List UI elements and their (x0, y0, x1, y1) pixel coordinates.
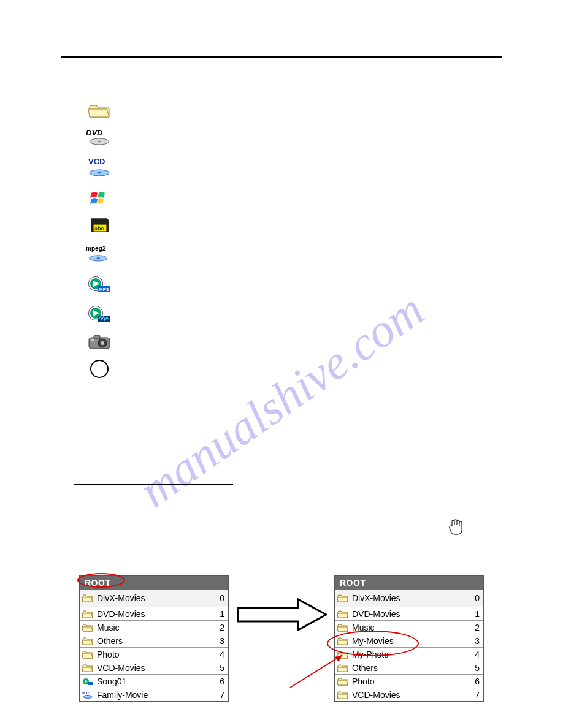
file-index: 1 (471, 609, 480, 619)
mp3-icon (82, 677, 93, 686)
list-item[interactable]: Others 5 (335, 661, 483, 674)
folder-icon (337, 637, 348, 645)
list-item[interactable]: Photo 6 (335, 674, 483, 688)
file-index: 4 (216, 650, 224, 659)
file-index: 5 (471, 663, 480, 673)
file-name: My-Movies (352, 636, 471, 646)
list-item[interactable]: Song01 6 (80, 674, 228, 688)
file-index: 6 (471, 677, 480, 686)
svg-rect-25 (88, 682, 93, 685)
annotation-arrow-icon (287, 652, 354, 689)
file-index: 0 (216, 593, 224, 603)
file-name: Others (97, 636, 216, 646)
folder-icon (82, 664, 93, 672)
dvd-icon: DVD (86, 128, 113, 146)
icon-legend-column: DVD VCD ab (86, 101, 113, 378)
windows-icon (86, 189, 113, 208)
list-item[interactable]: Others 3 (80, 634, 228, 647)
folder-icon (82, 650, 93, 659)
arrow-right-icon (237, 598, 327, 631)
file-name: DVD-Movies (97, 609, 216, 619)
section-underline (74, 484, 233, 485)
folder-icon (82, 637, 93, 645)
list-item[interactable]: Music 2 (335, 620, 483, 634)
file-index: 7 (216, 690, 224, 700)
folder-icon (82, 594, 93, 602)
file-name: DivX-Movies (352, 593, 471, 603)
list-item[interactable]: DivX-Movies 0 (80, 590, 228, 607)
file-index: 6 (216, 677, 224, 686)
list-item[interactable]: Music 2 (80, 620, 228, 634)
subtitle-abc-icon: abc (86, 216, 113, 235)
svg-point-27 (83, 695, 92, 698)
file-index: 7 (471, 690, 480, 700)
svg-point-3 (98, 172, 101, 173)
file-index: 3 (471, 636, 480, 646)
file-name: Family-Movie (97, 690, 216, 700)
file-index: 1 (216, 609, 224, 619)
file-name: DVD-Movies (352, 609, 471, 619)
file-index: 2 (471, 623, 480, 632)
list-item[interactable]: Photo 4 (80, 647, 228, 661)
blank-circle-icon (86, 360, 113, 378)
list-item[interactable]: VCD-Movies 5 (80, 661, 228, 674)
folder-icon (337, 691, 348, 699)
vcd-icon: VCD (82, 691, 93, 699)
folder-icon (337, 610, 348, 618)
list-item[interactable]: VCD Family-Movie 7 (80, 688, 228, 701)
watermark-text: manualshive.com (129, 282, 434, 519)
mp3-label: MP3 (99, 287, 109, 292)
list-item[interactable]: DVD-Movies 1 (335, 607, 483, 620)
folder-icon (86, 101, 113, 119)
dvd-label: DVD (86, 128, 103, 137)
folder-icon (337, 594, 348, 602)
file-index: 0 (471, 593, 480, 603)
svg-point-21 (101, 341, 104, 345)
vcd-icon: VCD (86, 155, 113, 181)
file-name: Song01 (97, 677, 216, 686)
wma-icon (86, 303, 113, 324)
svg-rect-22 (91, 339, 94, 341)
file-name: Music (352, 623, 471, 632)
file-name: DivX-Movies (97, 593, 216, 603)
file-list-header: ROOT (335, 576, 483, 590)
vcd-label: VCD (88, 157, 105, 166)
folder-icon (82, 623, 93, 632)
mpeg2-icon: mpeg2 (86, 243, 113, 265)
file-index: 2 (216, 623, 224, 632)
manual-page: manualshive.com DVD VCD (0, 0, 563, 728)
svg-point-1 (98, 141, 101, 142)
file-index: 5 (216, 663, 224, 673)
file-list-after: ROOT DivX-Movies 0 DVD-Movies 1 Music 2 … (334, 575, 484, 702)
page-rule (61, 56, 502, 58)
file-name: Others (352, 663, 471, 673)
list-item[interactable]: My-Photo 4 (335, 647, 483, 661)
svg-point-7 (96, 257, 100, 259)
svg-rect-19 (94, 335, 100, 339)
file-list-before: ROOT DivX-Movies 0 DVD-Movies 1 Music 2 … (79, 575, 229, 702)
hand-icon (448, 518, 464, 536)
file-name: Photo (97, 650, 216, 659)
file-list-header: ROOT (80, 576, 228, 590)
mp3-icon: MP3 (86, 274, 113, 295)
folder-icon (82, 610, 93, 618)
file-name: VCD-Movies (352, 690, 471, 700)
list-item[interactable]: VCD-Movies 7 (335, 688, 483, 701)
file-index: 4 (471, 650, 480, 659)
file-name: Photo (352, 677, 471, 686)
file-name: Music (97, 623, 216, 632)
file-name: VCD-Movies (97, 663, 216, 673)
file-index: 3 (216, 636, 224, 646)
list-item[interactable]: DVD-Movies 1 (80, 607, 228, 620)
file-name: My-Photo (352, 650, 471, 659)
camera-icon (86, 333, 113, 351)
folder-icon (337, 623, 348, 632)
list-item[interactable]: DivX-Movies 0 (335, 590, 483, 607)
list-item[interactable]: My-Movies 3 (335, 634, 483, 647)
svg-text:VCD: VCD (82, 691, 89, 695)
mpeg2-label: mpeg2 (86, 245, 106, 252)
svg-text:abc: abc (94, 226, 104, 232)
